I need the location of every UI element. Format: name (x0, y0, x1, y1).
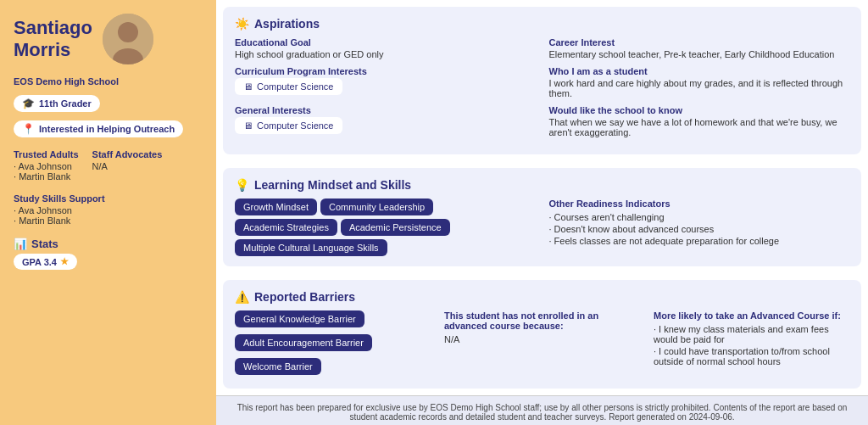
more-likely-item-2: · I could have transportation to/from sc… (654, 346, 849, 366)
not-enrolled-value: N/A (444, 334, 640, 344)
right-content: ☀️ Aspirations Educational Goal High sch… (216, 0, 868, 425)
lm-header: 💡 Learning Mindset and Skills (235, 178, 849, 192)
rb-left: General Knowledge Barrier Adult Encourag… (235, 310, 431, 378)
interest-badge: 📍 Interested in Helping Outreach (14, 120, 183, 137)
curriculum-chip-1: 🖥 Computer Science (235, 78, 342, 95)
chip-monitor-icon-2: 🖥 (243, 120, 253, 131)
readiness-item-2: · Doesn't know about advanced courses (549, 224, 850, 234)
school-name: EOS Demo High School (14, 76, 203, 87)
not-enrolled-label: This student has not enrolled in an adva… (444, 310, 640, 331)
trusted-staff-row: Trusted Adults · Ava Johnson · Martin Bl… (14, 146, 203, 182)
who-i-am-label: Who I am as a student (549, 66, 850, 76)
skill-chip-3: Academic Strategies (235, 219, 337, 236)
barrier-chip-1: General Knowledge Barrier (235, 310, 364, 327)
lm-right: Other Readiness Indicators · Courses are… (549, 199, 850, 256)
school-know-label: Would like the school to know (549, 105, 850, 115)
school-know-value: That when we say we have a lot of homewo… (549, 117, 850, 137)
barrier-chip-2: Adult Encouragement Barrier (235, 334, 372, 351)
footer: This report has been prepared for exclus… (216, 395, 868, 425)
readiness-item-3: · Feels classes are not adequate prepara… (549, 236, 850, 246)
skill-chip-5: Multiple Cultural Language Skills (235, 239, 387, 256)
more-likely-label: More likely to take an Advanced Course i… (654, 310, 849, 321)
stats-title: 📊 Stats (14, 238, 203, 250)
student-name: Santiago Morris (14, 17, 92, 62)
stats-section: 📊 Stats GPA 3.4 ★ (14, 238, 203, 270)
more-likely-item-1: · I knew my class materials and exam fee… (654, 324, 849, 344)
general-interests-chips: 🖥 Computer Science (235, 117, 536, 137)
other-readiness-title: Other Readiness Indicators (549, 199, 850, 209)
aspirations-header: ☀️ Aspirations (235, 17, 849, 31)
rb-content: General Knowledge Barrier Adult Encourag… (235, 310, 849, 378)
learning-mindset-section: 💡 Learning Mindset and Skills Growth Min… (223, 168, 861, 266)
readiness-item-1: · Courses aren't challenging (549, 212, 850, 222)
staff-advocates-label: Staff Advocates (92, 149, 163, 159)
avatar (103, 14, 153, 64)
rb-icon: ⚠️ (235, 290, 249, 304)
sidebar: Santiago Morris EOS Demo High School 🎓 (0, 0, 216, 425)
skills-chips: Growth Mindset Community Leadership Acad… (235, 199, 536, 256)
barrier-chip-3: Welcome Barrier (235, 358, 321, 375)
rb-right: More likely to take an Advanced Course i… (654, 310, 849, 378)
chip-monitor-icon: 🖥 (243, 81, 253, 92)
curriculum-chips: 🖥 Computer Science (235, 78, 536, 98)
svg-point-1 (118, 22, 138, 42)
interest-icon: 📍 (22, 123, 35, 135)
aspirations-section: ☀️ Aspirations Educational Goal High sch… (223, 7, 861, 154)
aspirations-title: Aspirations (254, 17, 320, 31)
lm-left: Growth Mindset Community Leadership Acad… (235, 199, 536, 256)
barrier-chips: General Knowledge Barrier Adult Encourag… (235, 310, 431, 378)
rb-center: This student has not enrolled in an adva… (444, 310, 640, 378)
trusted-adult-2: · Martin Blank (14, 171, 79, 182)
rb-title: Reported Barriers (254, 290, 355, 304)
skill-chip-2: Community Leadership (320, 199, 433, 215)
gpa-badge: GPA 3.4 ★ (14, 254, 77, 270)
edu-goal-value: High school graduation or GED only (235, 49, 536, 59)
trusted-adult-1: · Ava Johnson (14, 161, 79, 171)
grade-badge: 🎓 11th Grader (14, 95, 100, 112)
aspirations-icon: ☀️ (235, 17, 249, 31)
lm-icon: 💡 (235, 178, 249, 192)
study-skill-2: · Martin Blank (14, 215, 203, 226)
main-content: Santiago Morris EOS Demo High School 🎓 (0, 0, 868, 425)
trusted-adults-label: Trusted Adults (14, 149, 79, 159)
study-skills-section: Study Skills Support · Ava Johnson · Mar… (14, 193, 203, 226)
career-interest-label: Career Interest (549, 37, 850, 48)
who-i-am-value: I work hard and care highly about my gra… (549, 78, 850, 98)
general-interests-label: General Interests (235, 105, 536, 115)
asp-left: Educational Goal High school graduation … (235, 37, 536, 144)
page-wrapper: Santiago Morris EOS Demo High School 🎓 (0, 0, 868, 425)
lm-title: Learning Mindset and Skills (254, 178, 411, 192)
staff-advocates-value: N/A (92, 161, 163, 171)
trusted-adults-section: Trusted Adults · Ava Johnson · Martin Bl… (14, 149, 79, 182)
general-interest-chip-1: 🖥 Computer Science (235, 117, 342, 134)
skill-chip-4: Academic Persistence (341, 219, 450, 236)
rb-header: ⚠️ Reported Barriers (235, 290, 849, 304)
asp-right: Career Interest Elementary school teache… (549, 37, 850, 144)
reported-barriers-section: ⚠️ Reported Barriers General Knowledge B… (223, 280, 861, 389)
study-skill-1: · Ava Johnson (14, 205, 203, 215)
aspirations-content: Educational Goal High school graduation … (235, 37, 849, 144)
edu-goal-label: Educational Goal (235, 37, 536, 48)
lm-content: Growth Mindset Community Leadership Acad… (235, 199, 849, 256)
stats-bar-icon: 📊 (14, 238, 27, 250)
study-skills-label: Study Skills Support (14, 193, 203, 204)
career-interest-value: Elementary school teacher, Pre-k teacher… (549, 49, 850, 59)
student-name-block: Santiago Morris (14, 17, 92, 62)
staff-advocates-section: Staff Advocates N/A (92, 149, 163, 182)
gpa-star: ★ (60, 256, 69, 267)
grade-icon: 🎓 (22, 98, 35, 109)
skill-chip-1: Growth Mindset (235, 199, 317, 215)
sections-area: ☀️ Aspirations Educational Goal High sch… (216, 0, 868, 395)
curriculum-label: Curriculum Program Interests (235, 66, 536, 76)
avatar-name-row: Santiago Morris (14, 14, 203, 64)
